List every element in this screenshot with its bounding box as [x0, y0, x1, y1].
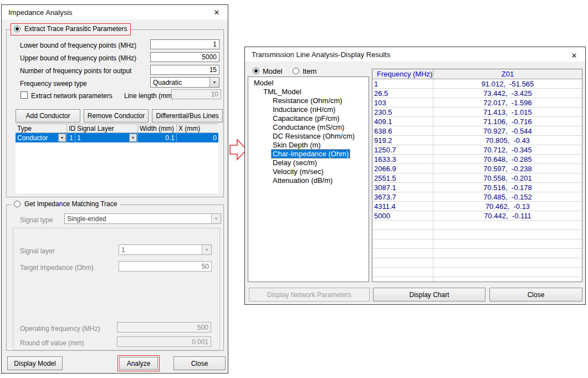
impedance-analysis-dialog: Impedance Analysis ✕ Extract Trace Paras… — [1, 4, 228, 374]
target-impedance-input — [119, 261, 212, 272]
table-empty-row — [372, 230, 582, 239]
conductor-signal-layer-cell[interactable]: 1 ▼ — [75, 133, 138, 142]
chevron-down-icon: ▼ — [211, 214, 221, 223]
upper-bound-input[interactable] — [150, 52, 219, 62]
table-row[interactable]: 10372.017, -1.596 — [372, 98, 582, 108]
table-empty-row — [372, 239, 582, 249]
impedance-dialog-title: Impedance Analysis — [8, 8, 73, 17]
differential-bus-lines-button[interactable]: Differential/Bus Lines — [152, 109, 223, 122]
tree-item[interactable]: Resistance (Ohm/cm) — [248, 96, 369, 105]
add-conductor-button[interactable]: Add Conductor — [16, 109, 80, 122]
frequency-cell: 2551.5 — [372, 173, 433, 182]
frequency-cell: 3087.1 — [372, 183, 433, 192]
close-icon[interactable]: ✕ — [212, 8, 222, 17]
results-table-header: Frequency (MHz) Z01 — [372, 69, 582, 79]
model-tree: ModelTML_ModelResistance (Ohm/cm)Inducta… — [248, 76, 369, 282]
table-row[interactable]: 409.171.106, -0.716 — [372, 117, 582, 126]
sweep-type-select[interactable]: Quadratic ▼ — [150, 77, 219, 88]
table-row[interactable]: 500070.442, -0.111 — [372, 211, 582, 221]
close-button[interactable]: Close — [173, 356, 226, 370]
table-row[interactable]: 2551.570.558, -0.201 — [372, 173, 582, 183]
table-row[interactable]: 2066.970.597, -0.238 — [372, 164, 582, 173]
conductor-width-cell[interactable]: 0.1 — [138, 133, 177, 142]
signal-type-label: Signal type — [20, 216, 53, 224]
display-chart-button[interactable]: Display Chart — [373, 288, 485, 302]
table-row[interactable]: 3087.170.516, -0.178 — [372, 183, 582, 192]
tree-item[interactable]: Model — [248, 79, 369, 88]
tree-item[interactable]: Inductance (nH/cm) — [248, 105, 369, 114]
z01-cell — [433, 230, 582, 239]
chevron-down-icon[interactable]: ▼ — [209, 78, 219, 87]
conductor-x-cell[interactable]: 0 — [177, 133, 218, 142]
analyze-button[interactable]: Analyze — [119, 357, 158, 370]
table-row[interactable]: 1250.770.712, -0.345 — [372, 145, 582, 155]
tree-item[interactable]: Delay (sec/m) — [248, 159, 369, 167]
z01-cell: 70.442, -0.111 — [433, 211, 582, 220]
z01-cell — [433, 258, 582, 267]
id-column-header: ID — [67, 124, 75, 133]
table-row[interactable]: 1633.370.648, -0.285 — [372, 155, 582, 164]
table-row[interactable]: 919.270.805, -0.43 — [372, 136, 582, 145]
close-button[interactable]: Close — [489, 288, 582, 302]
display-model-button[interactable]: Display Model — [7, 356, 63, 370]
lower-bound-label: Lower bound of frequency points (MHz) — [20, 42, 136, 49]
conductor-row[interactable]: Conductor ▼ 1 1 ▼ 0.1 0 — [16, 133, 218, 142]
chevron-down-icon[interactable]: ▼ — [58, 134, 66, 142]
results-table: Frequency (MHz) Z01 191.012, -51.56526.5… — [372, 69, 582, 282]
z01-cell — [433, 277, 582, 282]
frequency-cell: 3673.7 — [372, 192, 433, 201]
model-radio-label: Model — [263, 67, 282, 75]
tree-item[interactable]: Velocity (m/sec) — [248, 167, 369, 176]
impedance-matching-radio[interactable] — [14, 201, 21, 207]
desktop: { "colors": { "selection_blue": "#0078d7… — [0, 0, 588, 378]
x-column-header: X (mm) — [177, 124, 218, 133]
z01-cell: 70.712, -0.345 — [433, 145, 582, 154]
conductor-id-cell[interactable]: 1 — [67, 133, 75, 142]
frequency-cell: 409.1 — [372, 117, 433, 126]
item-radio[interactable] — [293, 68, 299, 74]
extract-network-checkbox[interactable] — [21, 91, 28, 99]
model-radio[interactable] — [253, 68, 259, 74]
table-row[interactable]: 191.012, -51.565 — [372, 79, 582, 89]
table-row[interactable]: 26.573.442, -3.425 — [372, 89, 582, 98]
frequency-cell: 2066.9 — [372, 164, 433, 173]
table-row[interactable]: 4311.470.462, -0.13 — [372, 202, 582, 211]
tree-item[interactable]: Skin Depth (m) — [248, 141, 369, 150]
tree-item[interactable]: Attenuation (dB/m) — [248, 176, 369, 185]
frequency-cell: 103 — [372, 98, 433, 107]
signal-type-select: Single-ended ▼ — [64, 213, 221, 224]
signal-layer-value: 1 — [119, 246, 202, 254]
tree-item[interactable]: Conductance (mS/cm) — [248, 123, 369, 132]
operating-frequency-input — [117, 322, 211, 333]
num-points-input[interactable] — [150, 65, 219, 75]
conductor-grid: Type ID Signal Layer Width (mm) X (mm) C… — [16, 124, 218, 193]
lower-bound-input[interactable] — [150, 39, 219, 49]
target-impedance-label: Target impedance (Ohm) — [20, 264, 94, 272]
tree-item[interactable]: Char-Impedance (Ohm) — [248, 150, 369, 159]
width-column-header: Width (mm) — [138, 124, 177, 133]
chevron-down-icon[interactable]: ▼ — [129, 134, 137, 142]
tree-item[interactable]: TML_Model — [248, 88, 369, 96]
close-icon[interactable]: ✕ — [569, 51, 579, 60]
table-row[interactable]: 230.571.413, -1.015 — [372, 108, 582, 117]
frequency-cell — [372, 230, 433, 239]
table-row[interactable]: 3673.770.485, -0.152 — [372, 192, 582, 202]
conductor-grid-header: Type ID Signal Layer Width (mm) X (mm) — [16, 124, 218, 133]
upper-bound-label: Upper bound of frequency points (MHz) — [20, 54, 136, 62]
line-length-label: Line length (mm) — [124, 92, 174, 100]
extract-parasitic-radio[interactable] — [14, 25, 21, 32]
tree-item[interactable]: DC Resistance (Ohm/cm) — [248, 132, 369, 141]
z01-cell: 70.558, -0.201 — [433, 173, 582, 182]
z01-cell — [433, 239, 582, 248]
frequency-cell: 638.6 — [372, 126, 433, 135]
table-empty-row — [372, 268, 582, 277]
table-row[interactable]: 638.670.927, -0.544 — [372, 126, 582, 136]
z01-cell — [433, 268, 582, 277]
conductor-type-cell[interactable]: Conductor ▼ — [16, 133, 67, 142]
remove-conductor-button[interactable]: Remove Conductor — [84, 109, 149, 122]
frequency-cell — [372, 277, 433, 282]
z01-cell — [433, 221, 582, 229]
tree-item[interactable]: Capacitance (pF/cm) — [248, 114, 369, 123]
z01-cell: 91.012, -51.565 — [433, 79, 582, 88]
operating-frequency-label: Operating frequency (MHz) — [20, 325, 100, 333]
